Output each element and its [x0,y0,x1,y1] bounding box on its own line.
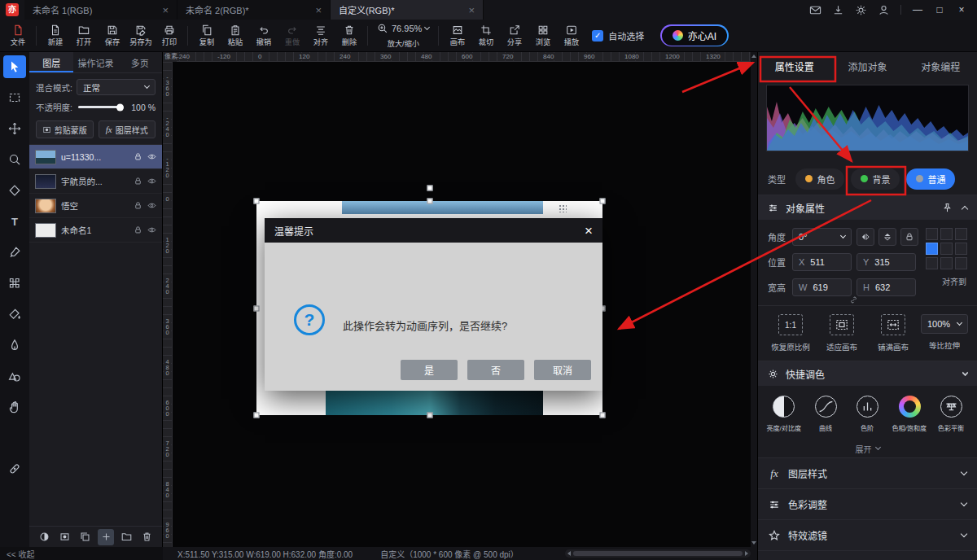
opacity-slider[interactable] [78,106,120,108]
layer-folder-button[interactable] [119,529,135,545]
object-properties-header[interactable]: 对象属性 [758,195,977,220]
layer-dup-button[interactable] [77,529,94,545]
toolbar-saveas-button[interactable]: 另存为 [126,20,155,50]
drag-grid-icon[interactable] [559,204,567,212]
dialog-yes-button[interactable]: 是 [401,360,458,380]
selection-handle-bl[interactable] [254,413,260,418]
crop-tool[interactable] [3,427,26,449]
doc-tab[interactable]: 未命名 1(RGB)× [24,0,177,20]
selection-handle-bc[interactable] [427,413,432,418]
ai-button[interactable]: 亦心AI [660,24,728,46]
selection-handle-br[interactable] [600,413,606,418]
align-cell[interactable] [926,228,938,240]
toolbar-canvas-button[interactable]: 画布 [443,20,471,50]
quick-hsl-button[interactable]: 色相/饱和度 [891,396,929,433]
section-color-adjust[interactable]: 色彩调整 [758,488,977,519]
tab-history[interactable]: 操作记录 [73,52,117,72]
tab-add-object[interactable]: 添加对象 [831,59,905,73]
zoom-control[interactable]: 76.95% 放大/缩小 [377,23,429,49]
maximize-button[interactable]: □ [934,4,945,15]
toolbar-browse-button[interactable]: 浏览 [528,20,557,50]
selection-handle-ml[interactable] [254,305,260,311]
type-option[interactable]: 普通 [906,168,955,190]
selection-handle-tr[interactable] [600,199,606,204]
angle-select[interactable]: 0° [792,228,852,246]
collapse-panel-button[interactable]: << 收起 [0,547,163,560]
tab-pages[interactable]: 多页 [118,52,162,72]
quick-color-header[interactable]: 快捷调色 [758,361,977,386]
align-cell[interactable] [940,243,953,255]
stretch-button[interactable]: 100%等比拉伸 [920,314,969,352]
doc-tab[interactable]: 自定义(RGB)*× [331,0,484,20]
dialog-no-button[interactable]: 否 [467,360,524,380]
flip-vertical-button[interactable] [878,228,896,246]
toolbar-paste-button[interactable]: 粘贴 [221,20,249,50]
layer-row[interactable]: 悟空 [29,194,162,218]
section-effects-filter[interactable]: 特效滤镜 [758,519,977,550]
dialog-close-icon[interactable]: × [585,224,593,238]
align-cell[interactable] [955,243,967,255]
brush-tool[interactable] [3,241,26,264]
scroll-right-icon[interactable] [745,551,748,556]
layer-adjust-button[interactable] [36,529,52,545]
align-cell[interactable] [955,228,967,240]
layer-row[interactable]: u=11330... [29,145,162,169]
move-tool[interactable] [3,117,26,140]
align-cell[interactable] [940,257,953,269]
position-x-input[interactable]: X 511 [792,253,852,271]
heal-tool[interactable] [3,457,26,480]
mail-icon[interactable] [809,4,821,16]
fit-button[interactable]: 适应画布 [817,314,866,352]
align-cell[interactable] [926,257,938,269]
pen-tool[interactable] [3,334,26,357]
shapes-tool[interactable] [3,365,26,387]
quick-levels-button[interactable]: 色阶 [848,396,887,433]
rotation-handle[interactable] [427,186,432,191]
minimize-button[interactable]: — [912,4,923,15]
toolbar-redo-button[interactable]: 重做 [278,20,306,50]
link-dimensions-icon[interactable] [849,295,858,304]
auto-select-checkbox[interactable]: ✓ 自动选择 [592,29,644,42]
toolbar-print-button[interactable]: 打印 [155,20,183,50]
chevron-up-icon[interactable] [962,205,968,212]
tab-close-icon[interactable]: × [162,5,169,15]
tab-close-icon[interactable]: × [315,5,322,15]
layer-row[interactable]: 未命名1 [29,218,162,243]
quick-balance-button[interactable]: 色彩平衡 [932,396,970,433]
layer-trash-button[interactable] [139,529,156,545]
layer-mask-button[interactable] [56,529,72,545]
section-smart-cutout[interactable]: 智能抠图 [758,550,977,560]
cursor-tool[interactable] [3,55,26,78]
align-cell[interactable] [940,228,953,240]
canvas-area[interactable]: 温馨提示 × ? 此操作会转为动画序列，是否继续? 是否取消 -240-1200… [163,52,757,547]
align-cell[interactable] [955,257,967,269]
diamond-tool[interactable] [3,179,26,202]
marquee-tool[interactable] [3,86,26,109]
toolbar-page-button[interactable]: 新建 [41,20,69,50]
scroll-up-icon[interactable] [751,55,756,58]
stretch-select[interactable]: 100% [921,314,968,334]
flip-horizontal-button[interactable] [857,228,874,246]
quick-curve-button[interactable]: 曲线 [807,396,845,433]
mosaic-tool[interactable] [3,272,26,295]
tab-layers[interactable]: 图层 [29,52,73,72]
expand-button[interactable]: 展开 [758,440,977,457]
dialog-cancel-button[interactable]: 取消 [534,360,591,380]
toolbar-play-button[interactable]: 播放 [557,20,585,50]
user-icon[interactable] [878,4,890,16]
dialog-header[interactable]: 温馨提示 × [265,218,602,243]
width-input[interactable]: W 619 [792,278,852,296]
zoom-tool[interactable] [3,148,26,171]
quick-bc-button[interactable]: 亮度/对比度 [765,396,803,433]
text-tool[interactable]: T [3,210,26,233]
slider-knob[interactable] [116,103,124,111]
blend-mode-select[interactable]: 正常 [77,79,156,95]
selection-handle-tc[interactable] [427,199,432,204]
position-y-input[interactable]: Y 315 [857,253,916,271]
tab-properties[interactable]: 属性设置 [758,59,831,73]
lock-ratio-button[interactable] [900,228,918,246]
download-icon[interactable] [832,4,844,16]
type-option[interactable]: 背景 [851,168,900,190]
fillc-button[interactable]: 铺满画布 [869,314,918,352]
toolbar-save-button[interactable]: 保存 [98,20,126,50]
